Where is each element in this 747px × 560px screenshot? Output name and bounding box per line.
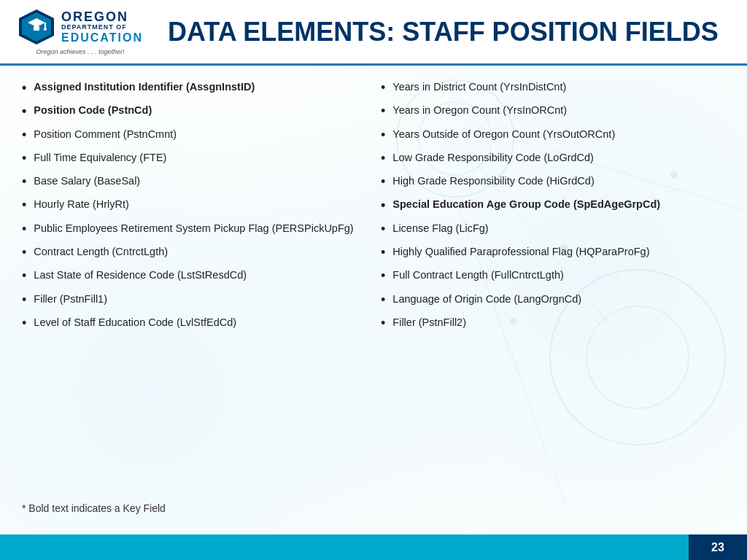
bold-indicator-note: * Bold text indicates a Key Field bbox=[22, 502, 166, 514]
left-items-list: Assigned Institution Identifier (AssgnIn… bbox=[22, 80, 366, 332]
list-item: Hourly Rate (HrlyRt) bbox=[22, 198, 366, 214]
list-item: Position Comment (PstnCmnt) bbox=[22, 128, 366, 144]
right-items-list: Years in District Count (YrsInDistCnt)Ye… bbox=[381, 80, 725, 332]
left-column: Assigned Institution Identifier (AssgnIn… bbox=[22, 80, 366, 491]
page-number: 23 bbox=[689, 534, 747, 560]
list-item: Full Contract Length (FullCntrctLgth) bbox=[381, 268, 725, 284]
list-item: License Flag (LicFg) bbox=[381, 222, 725, 238]
list-item: Language of Origin Code (LangOrgnCd) bbox=[381, 292, 725, 308]
list-item: Special Education Age Group Code (SpEdAg… bbox=[381, 198, 725, 214]
logo-text: OREGON DEPARTMENT OF EDUCATION bbox=[61, 10, 143, 44]
main-content: Assigned Institution Identifier (AssgnIn… bbox=[0, 66, 747, 498]
right-column: Years in District Count (YrsInDistCnt)Ye… bbox=[381, 80, 725, 491]
header: OREGON DEPARTMENT OF EDUCATION Oregon ac… bbox=[0, 0, 747, 66]
list-item: Contract Length (CntrctLgth) bbox=[22, 245, 366, 261]
footer-note: * Bold text indicates a Key Field bbox=[0, 498, 747, 518]
svg-rect-13 bbox=[34, 26, 39, 31]
oregon-shield-icon bbox=[18, 8, 55, 46]
list-item: Position Code (PstnCd) bbox=[22, 104, 366, 120]
list-item: Level of Staff Education Code (LvlStfEdC… bbox=[22, 316, 366, 332]
bottom-bar-teal bbox=[0, 534, 689, 560]
list-item: Assigned Institution Identifier (AssgnIn… bbox=[22, 80, 366, 96]
list-item: Full Time Equivalency (FTE) bbox=[22, 151, 366, 167]
logo-oregon-text: OREGON bbox=[61, 10, 143, 23]
bottom-bar: 23 bbox=[0, 534, 747, 560]
list-item: Years in District Count (YrsInDistCnt) bbox=[381, 80, 725, 96]
list-item: Public Employees Retirement System Picku… bbox=[22, 222, 366, 238]
svg-point-15 bbox=[44, 28, 47, 31]
page-title: DATA ELEMENTS: STAFF POSITION FIELDS bbox=[153, 18, 719, 47]
logo-inner: OREGON DEPARTMENT OF EDUCATION bbox=[18, 8, 143, 46]
list-item: Low Grade Responsibility Code (LoGrdCd) bbox=[381, 151, 725, 167]
list-item: Years in Oregon Count (YrsInORCnt) bbox=[381, 104, 725, 120]
logo-tagline: Oregon achieves . . . together! bbox=[36, 48, 124, 55]
list-item: Filler (PstnFill2) bbox=[381, 316, 725, 332]
list-item: Years Outside of Oregon Count (YrsOutORC… bbox=[381, 128, 725, 144]
logo-area: OREGON DEPARTMENT OF EDUCATION Oregon ac… bbox=[7, 8, 153, 55]
list-item: High Grade Responsibility Code (HiGrdCd) bbox=[381, 174, 725, 190]
logo-edu-text: EDUCATION bbox=[61, 32, 143, 44]
list-item: Base Salary (BaseSal) bbox=[22, 174, 366, 190]
list-item: Filler (PstnFill1) bbox=[22, 292, 366, 308]
list-item: Highly Qualified Paraprofessional Flag (… bbox=[381, 245, 725, 261]
list-item: Last State of Residence Code (LstStResdC… bbox=[22, 268, 366, 284]
